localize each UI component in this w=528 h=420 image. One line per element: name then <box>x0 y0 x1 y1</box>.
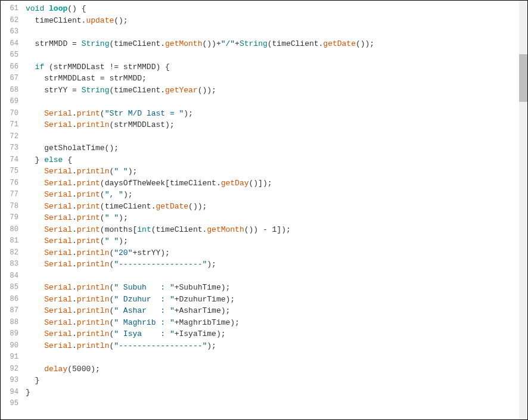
line-number: 62 <box>1 15 22 27</box>
code-line: Serial.println(" Ashar : "+AsharTime); <box>26 305 527 317</box>
line-number: 68 <box>1 85 22 97</box>
code-line <box>26 96 527 108</box>
code-line: } <box>26 375 527 387</box>
line-number: 91 <box>1 351 22 363</box>
line-number: 95 <box>1 398 22 410</box>
code-line: Serial.println(" Isya : "+IsyaTime); <box>26 328 527 340</box>
code-line: Serial.print(months[int(timeClient.getMo… <box>26 224 527 236</box>
code-line: Serial.print(daysOfTheWeek[timeClient.ge… <box>26 178 527 189</box>
line-number: 66 <box>1 61 22 73</box>
code-line: Serial.print(", "); <box>26 189 527 201</box>
code-line: Serial.print(timeClient.getDate()); <box>26 201 527 213</box>
code-line: Serial.print(" "); <box>26 235 527 247</box>
code-line <box>26 351 527 363</box>
line-number: 65 <box>1 49 22 61</box>
line-number: 72 <box>1 131 22 143</box>
code-line: Serial.print("Str M/D last = "); <box>26 108 527 120</box>
code-line: getSholatTime(); <box>26 142 527 154</box>
line-number: 63 <box>1 26 22 38</box>
line-number: 76 <box>1 178 22 189</box>
line-number: 90 <box>1 340 22 352</box>
code-line: Serial.println(" Maghrib : "+MaghribTime… <box>26 317 527 329</box>
line-number: 75 <box>1 166 22 178</box>
line-number-gutter: 6162636465666768697071727374757677787980… <box>1 1 22 419</box>
code-line: strYY = String(timeClient.getYear()); <box>26 85 527 97</box>
code-line <box>26 26 527 38</box>
line-number: 77 <box>1 189 22 201</box>
line-number: 67 <box>1 73 22 85</box>
line-number: 93 <box>1 375 22 387</box>
line-number: 89 <box>1 328 22 340</box>
code-line: timeClient.update(); <box>26 15 527 27</box>
line-number: 61 <box>1 3 22 15</box>
code-line: if (strMMDDLast != strMMDD) { <box>26 61 527 73</box>
code-line: Serial.print(" "); <box>26 212 527 224</box>
code-line: Serial.println(strMMDDLast); <box>26 119 527 131</box>
code-line: } <box>26 387 527 399</box>
code-line <box>26 270 527 282</box>
code-line <box>26 131 527 143</box>
line-number: 71 <box>1 119 22 131</box>
line-number: 64 <box>1 38 22 50</box>
code-line: } else { <box>26 154 527 166</box>
code-line: strMMDDLast = strMMDD; <box>26 73 527 85</box>
code-line: Serial.println(" Dzuhur : "+DzuhurTime); <box>26 294 527 306</box>
line-number: 69 <box>1 96 22 108</box>
line-number: 92 <box>1 363 22 375</box>
line-number: 88 <box>1 317 22 329</box>
code-line: Serial.println(" "); <box>26 166 527 178</box>
code-area[interactable]: void loop() { timeClient.update(); strMM… <box>22 1 527 419</box>
line-number: 85 <box>1 282 22 294</box>
code-line: void loop() { <box>26 3 527 15</box>
line-number: 81 <box>1 235 22 247</box>
line-number: 83 <box>1 259 22 270</box>
code-line <box>26 49 527 61</box>
scrollbar-track[interactable] <box>519 1 527 419</box>
code-line: Serial.println("20"+strYY); <box>26 247 527 259</box>
code-line <box>26 398 527 410</box>
code-line: delay(5000); <box>26 363 527 375</box>
scrollbar-thumb[interactable] <box>519 54 527 102</box>
code-line: Serial.println(" Subuh : "+SubuhTime); <box>26 282 527 294</box>
line-number: 80 <box>1 224 22 236</box>
line-number: 87 <box>1 305 22 317</box>
line-number: 86 <box>1 294 22 306</box>
line-number: 84 <box>1 270 22 282</box>
line-number: 78 <box>1 201 22 213</box>
code-editor: 6162636465666768697071727374757677787980… <box>0 0 528 420</box>
line-number: 94 <box>1 387 22 399</box>
code-line: Serial.println("------------------"); <box>26 259 527 270</box>
line-number: 70 <box>1 108 22 120</box>
code-line: strMMDD = String(timeClient.getMonth())+… <box>26 38 527 50</box>
line-number: 79 <box>1 212 22 224</box>
line-number: 82 <box>1 247 22 259</box>
code-line: Serial.println("------------------"); <box>26 340 527 352</box>
line-number: 73 <box>1 142 22 154</box>
line-number: 74 <box>1 154 22 166</box>
